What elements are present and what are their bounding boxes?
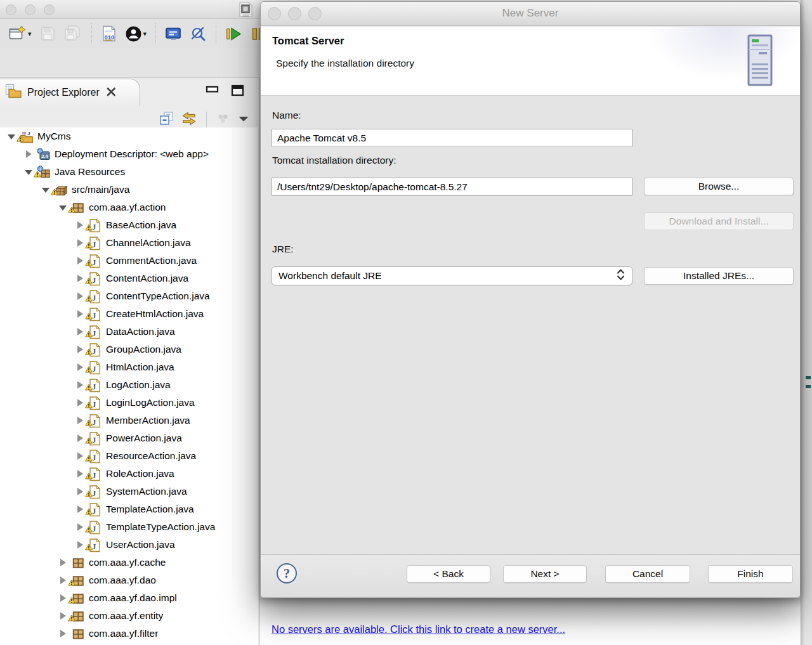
close-view-icon[interactable] [106,87,117,100]
toolbar-separator [91,23,92,44]
disclosure-collapsed-icon[interactable] [75,504,86,515]
help-button[interactable]: ? [277,563,297,583]
tree-item[interactable]: JDataAction.java [0,323,258,341]
tree-item[interactable]: com.aaa.yf.cache [0,554,258,571]
tree-item-label: TemplateAction.java [106,504,194,515]
dialog-footer: ? < Back Next > Cancel Finish [261,554,800,598]
disclosure-collapsed-icon[interactable] [75,451,86,462]
tree-item[interactable]: com.aaa.yf.entity [0,607,258,625]
maximize-view-icon[interactable] [231,84,245,100]
disclosure-collapsed-icon[interactable] [23,149,34,160]
disclosure-collapsed-icon[interactable] [75,273,86,284]
server-tower-icon [745,34,775,90]
tree-item[interactable]: JGroupAction.java [0,341,258,358]
finish-button[interactable]: Finish [708,565,793,583]
disclosure-collapsed-icon[interactable] [75,522,86,533]
disclosure-collapsed-icon[interactable] [75,398,86,408]
disclosure-collapsed-icon[interactable] [75,469,86,479]
tree-item[interactable]: src/main/java [0,181,258,199]
tree-item[interactable]: com.aaa.yf.action [0,199,258,216]
jre-select[interactable]: Workbench default JRE [272,266,632,285]
tree-item[interactable]: JBaseAction.java [0,216,258,234]
collapse-all-icon[interactable] [159,111,174,129]
create-server-link[interactable]: No servers are available. Click this lin… [272,623,565,635]
cancel-button[interactable]: Cancel [605,565,690,583]
disclosure-expanded-icon[interactable] [23,167,34,178]
user-button[interactable]: ▾ [121,23,151,44]
disclosure-collapsed-icon[interactable] [75,540,86,551]
close-window-button[interactable] [6,4,16,15]
tree-item[interactable]: Java Resources [0,163,258,181]
tree-item[interactable]: com.aaa.yf.dao [0,571,258,589]
remote-console-button[interactable] [161,23,186,44]
tree-item[interactable]: JPowerAction.java [0,429,258,447]
tree-item-label: MyCms [37,131,71,142]
tree-item[interactable]: JLoginLogAction.java [0,394,258,412]
tree-item[interactable]: JContentTypeAction.java [0,287,258,305]
tree-item[interactable]: JMemberAction.java [0,412,258,429]
disclosure-expanded-icon[interactable] [6,131,17,142]
disclosure-collapsed-icon[interactable] [75,362,86,373]
tree-item[interactable]: JRoleAction.java [0,465,258,483]
browse-button[interactable]: Browse... [644,178,794,195]
tree-item[interactable]: JCommentAction.java [0,252,258,270]
disclosure-collapsed-icon[interactable] [75,380,86,391]
disclosure-expanded-icon[interactable] [41,185,51,195]
disclosure-collapsed-icon[interactable] [75,238,86,249]
tree-item[interactable]: JChannelAction.java [0,234,258,252]
disclosure-collapsed-icon[interactable] [75,433,86,444]
tree-item[interactable]: JResourceAction.java [0,447,258,465]
java-file-icon: J [88,502,104,516]
java-file-icon: J [88,378,104,392]
no-search-button[interactable] [186,23,211,44]
tree-item[interactable]: 2.4Deployment Descriptor: <web app> [0,145,258,163]
disclosure-collapsed-icon[interactable] [58,593,69,604]
disclosure-collapsed-icon[interactable] [58,575,69,586]
disclosure-collapsed-icon[interactable] [75,220,86,231]
java-perspective-icon[interactable]: JAVA [236,1,255,19]
tab-project-explorer[interactable]: Project Explorer [0,79,140,106]
tree-item[interactable]: com.aaa.yf.filter [0,625,258,642]
tree-item[interactable]: JSystemAction.java [0,483,258,500]
tree-item[interactable]: JTemplateTypeAction.java [0,518,258,536]
disclosure-collapsed-icon[interactable] [58,611,69,622]
tree-item[interactable]: mJMyCms [0,127,258,145]
binary-file-button[interactable]: 010 [97,23,121,44]
server-name-input[interactable] [272,129,632,147]
disclosure-collapsed-icon[interactable] [75,291,86,302]
minimize-window-button[interactable] [25,4,36,15]
project-tree: mJMyCms2.4Deployment Descriptor: <web ap… [0,127,258,645]
tree-item[interactable]: JHtmlAction.java [0,358,258,376]
tree-item[interactable]: JCreateHtmlAction.java [0,305,258,323]
tree-item[interactable]: com.aaa.yf.dao.impl [0,589,258,607]
disclosure-collapsed-icon[interactable] [75,256,86,266]
tree-item[interactable]: JLogAction.java [0,376,258,394]
tree-item[interactable]: JTemplateAction.java [0,500,258,518]
new-wizard-button[interactable]: ▾ [5,23,36,44]
tree-item[interactable]: JUserAction.java [0,536,258,554]
tree-item[interactable]: JContentAction.java [0,270,258,287]
disclosure-collapsed-icon[interactable] [58,629,69,639]
disclosure-expanded-icon[interactable] [58,202,69,213]
jre-selected-value: Workbench default JRE [278,270,382,282]
disclosure-collapsed-icon[interactable] [75,486,86,497]
minimize-view-icon[interactable] [206,84,219,100]
next-button[interactable]: Next > [503,565,587,583]
dropdown-caret-icon[interactable]: ▾ [143,30,147,38]
view-toolbar [159,111,250,129]
disclosure-collapsed-icon[interactable] [75,309,86,320]
installed-jres-button[interactable]: Installed JREs... [644,267,794,285]
view-menu-icon[interactable] [237,114,250,126]
disclosure-collapsed-icon[interactable] [75,415,86,426]
svg-text:010: 010 [104,33,114,40]
zoom-window-button[interactable] [44,4,55,15]
disclosure-collapsed-icon[interactable] [75,327,86,337]
dropdown-caret-icon[interactable]: ▾ [28,30,32,38]
run-button[interactable] [221,23,246,44]
disclosure-collapsed-icon[interactable] [58,557,69,568]
link-with-editor-icon[interactable] [181,111,197,129]
disclosure-collapsed-icon[interactable] [75,344,86,355]
servers-view: No servers are available. Click this lin… [259,598,812,645]
installation-directory-input[interactable] [272,178,632,196]
back-button[interactable]: < Back [407,565,490,583]
